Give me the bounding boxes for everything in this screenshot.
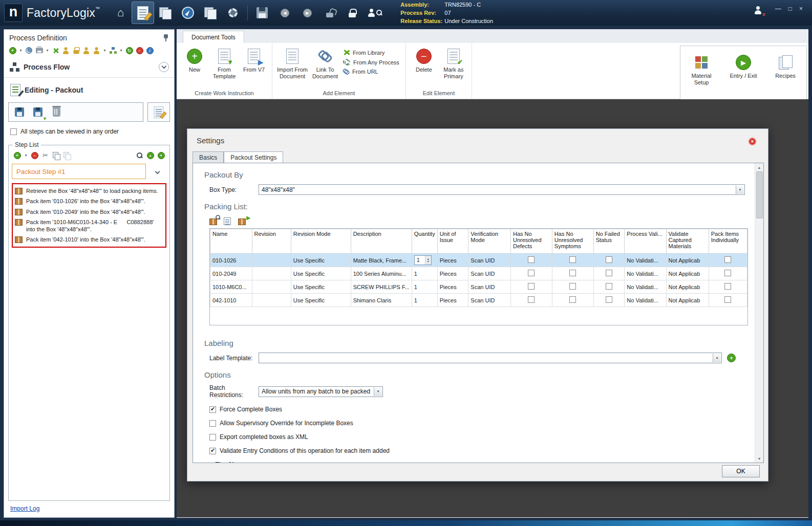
add-step-button[interactable]: + [13,151,22,160]
row-checkbox[interactable] [569,270,576,276]
packing-row[interactable]: 010-1026Use SpecificMatte Black, Frame..… [210,254,747,267]
view-any-order-checkbox[interactable] [10,128,17,135]
option-checkbox[interactable] [209,406,216,413]
material-setup-button[interactable]: Material Setup [687,52,716,91]
pin-icon[interactable] [163,34,169,42]
delete-step-button[interactable] [50,105,63,119]
unlock-button[interactable] [318,2,341,24]
row-checkbox[interactable] [606,270,612,276]
scrollbar-thumb[interactable] [756,171,763,218]
column-header[interactable]: Unit of Issue [437,229,468,254]
step-item[interactable]: Retrieve the Box '48"x48"x48"' to load p… [14,186,164,196]
packing-row[interactable]: 042-1010Use SpecificShimano Claris1Piece… [210,294,747,307]
edit-document-button[interactable] [147,102,170,122]
cut-button[interactable]: ✂ [41,151,50,160]
mark-as-primary-button[interactable]: ✔ Mark as Primary [439,46,468,85]
row-checkbox[interactable] [528,256,535,263]
dropdown-arrow-icon[interactable]: ▾ [374,387,382,396]
packing-row[interactable]: 1010-M6C0...Use SpecificSCREW PHILLIPS F… [210,280,747,294]
option-checkbox[interactable] [209,420,216,427]
part-list-button[interactable] [224,216,234,225]
view-any-order-row[interactable]: All steps can be viewed in any order [4,122,174,139]
web-button[interactable] [25,46,33,55]
option-checkbox-row[interactable]: Force Complete Boxes [209,406,763,413]
collapse-flow-button[interactable] [159,62,169,72]
dropdown-arrow-icon[interactable]: ▾ [736,185,744,194]
tree-view-button[interactable] [109,46,117,55]
row-checkbox[interactable] [606,283,612,290]
row-checkbox[interactable] [606,296,612,303]
find-part-button[interactable] [209,216,220,225]
stop-button[interactable]: − [135,46,144,55]
current-step-field[interactable]: Packout Step #1 [12,164,146,179]
column-header[interactable]: Pack Items Individually [709,229,747,254]
dialog-close-button[interactable]: × [748,137,757,146]
info-button[interactable]: i [145,46,154,55]
expand-step-icon[interactable] [155,169,160,174]
row-checkbox[interactable] [528,296,535,303]
add-process-button[interactable]: + [8,46,17,55]
column-header[interactable]: Verification Mode [468,229,511,254]
find-user-button[interactable] [364,2,386,24]
user-menu[interactable]: ▾ [102,46,107,55]
option-checkbox[interactable] [209,434,216,441]
tab-document-tools[interactable]: Document Tools [183,31,244,43]
minimize-button[interactable]: — [775,5,781,12]
delete-element-button[interactable]: − Delete [409,46,439,85]
column-header[interactable]: Has No Unresolved Symptoms [552,229,593,254]
step-item[interactable]: Pack item '042-1010' into the Box '48"x4… [14,234,164,245]
app-settings-button[interactable] [222,2,244,24]
scroll-down-icon[interactable]: ▼ [755,454,763,463]
approve-user-button[interactable] [92,46,101,55]
row-checkbox[interactable] [606,256,612,263]
save-step-button[interactable] [13,105,26,119]
row-checkbox[interactable] [569,283,576,290]
recipes-button[interactable]: Recipes [771,52,800,91]
assign-user-button[interactable] [82,46,91,55]
print-button[interactable] [35,46,44,55]
from-any-process-button[interactable]: From Any Process [343,59,399,65]
from-url-button[interactable]: From URL [343,69,399,75]
dialog-scrollbar[interactable]: ▲ ▼ [755,163,763,463]
entry-exit-button[interactable]: ▶ Entry / Exit [729,52,758,91]
paste-button[interactable] [62,151,71,160]
import-from-document-button[interactable]: Import From Document [275,46,309,85]
quantity-spinner[interactable]: 1▲▼ [414,255,432,265]
row-checkbox[interactable] [724,283,731,290]
step-item[interactable]: Pack item '010-2049' into the Box '48"x4… [14,207,164,217]
tree-menu[interactable]: ▾ [119,46,123,55]
from-library-button[interactable]: From Library [343,49,399,56]
forward-button[interactable]: ▶ [296,2,318,24]
sign-out-button[interactable]: × [754,6,762,16]
row-checkbox[interactable] [528,283,535,290]
move-step-up-button[interactable]: ▲ [146,151,155,160]
lock-process-button[interactable] [72,46,80,55]
dropdown-arrow-icon[interactable]: ▾ [713,354,721,362]
import-step-button[interactable]: ▼ [31,105,45,119]
row-checkbox[interactable] [528,270,535,276]
row-checkbox[interactable] [569,296,576,303]
add-process-menu[interactable]: ▾ [18,46,23,55]
copy-button[interactable] [52,151,60,160]
packing-row[interactable]: 010-2049Use Specific100 Series Aluminu..… [210,267,747,280]
row-checkbox[interactable] [724,256,731,263]
ok-button[interactable]: OK [722,465,760,477]
batch-restrictions-select[interactable]: Allow units from any batch to be packed … [259,386,383,397]
column-header[interactable]: Description [351,229,412,254]
home-button[interactable]: ⌂ [109,2,132,24]
link-to-document-button[interactable]: Link To Document [309,46,341,85]
option-checkbox-row[interactable]: Allow Supervisory Override for Incomplet… [209,420,763,427]
step-item[interactable]: Pack item '1010-M6C010-14-340 - E C08828… [14,217,164,235]
add-part-button[interactable]: ▶ [238,216,248,225]
navigator-button[interactable] [177,2,199,24]
box-type-select[interactable]: 48"x48"x48" ▾ [259,184,745,195]
add-step-menu[interactable]: ▾ [24,151,28,160]
step-item[interactable]: Pack item '010-1026' into the Box '48"x4… [14,196,164,206]
row-checkbox[interactable] [569,256,576,263]
save-button[interactable] [251,2,273,24]
close-button[interactable]: × [799,5,803,12]
column-header[interactable]: Has No Unresolved Defects [510,229,552,254]
column-header[interactable]: Process Vali... [625,229,666,254]
lock-button[interactable] [341,2,364,24]
row-checkbox[interactable] [724,270,731,276]
